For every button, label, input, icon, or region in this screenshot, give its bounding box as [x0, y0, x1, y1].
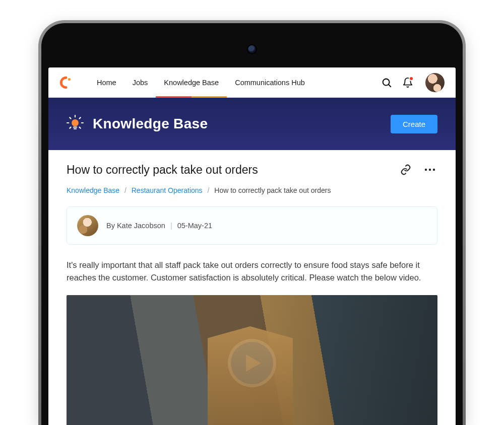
breadcrumb-sep: / — [205, 186, 213, 194]
breadcrumb-link-category[interactable]: Restaurant Operations — [132, 186, 203, 194]
nav-item-home[interactable]: Home — [89, 67, 124, 97]
user-avatar[interactable] — [425, 73, 445, 92]
link-icon[interactable] — [398, 162, 413, 177]
author-card: By Kate Jacobson | 05-May-21 — [67, 206, 437, 245]
author-date: 05-May-21 — [177, 222, 212, 230]
notification-dot — [409, 76, 414, 81]
tablet-frame: Home Jobs Knowledge Base Communications … — [38, 20, 466, 425]
app-logo-icon[interactable] — [59, 76, 73, 89]
meta-separator: | — [167, 222, 175, 230]
top-nav: Home Jobs Knowledge Base Communications … — [48, 67, 456, 98]
svg-point-3 — [72, 119, 79, 126]
section-header: Knowledge Base Create — [48, 98, 456, 150]
author-by-prefix: By — [106, 222, 117, 230]
author-avatar — [77, 215, 98, 236]
author-meta: By Kate Jacobson | 05-May-21 — [106, 222, 212, 230]
section-title: Knowledge Base — [93, 116, 208, 132]
nav-items: Home Jobs Knowledge Base Communications … — [89, 67, 313, 97]
bell-icon[interactable] — [399, 74, 416, 91]
tablet-bezel: Home Jobs Knowledge Base Communications … — [41, 23, 463, 425]
more-icon[interactable] — [422, 162, 437, 177]
svg-point-0 — [68, 78, 71, 80]
tablet-camera — [248, 45, 256, 53]
breadcrumb: Knowledge Base / Restaurant Operations /… — [67, 186, 437, 194]
author-name: Kate Jacobson — [117, 222, 165, 230]
breadcrumb-current: How to correctly pack take out orders — [214, 186, 331, 194]
article-title: How to correctly pack take out orders — [67, 163, 389, 177]
breadcrumb-link-kb[interactable]: Knowledge Base — [67, 186, 119, 194]
svg-point-4 — [425, 169, 427, 171]
article-header-row: How to correctly pack take out orders — [67, 162, 437, 177]
svg-marker-7 — [246, 355, 261, 372]
svg-point-6 — [433, 169, 435, 171]
app-screen: Home Jobs Knowledge Base Communications … — [48, 67, 456, 425]
search-icon[interactable] — [378, 74, 395, 91]
svg-point-5 — [429, 169, 431, 171]
video-thumbnail[interactable] — [67, 295, 437, 426]
nav-item-knowledge-base[interactable]: Knowledge Base — [156, 67, 227, 97]
breadcrumb-sep: / — [121, 186, 130, 194]
lightbulb-icon — [67, 114, 84, 133]
article: How to correctly pack take out orders — [48, 150, 456, 425]
nav-item-jobs[interactable]: Jobs — [124, 67, 156, 97]
create-button[interactable]: Create — [391, 115, 437, 133]
play-button[interactable] — [231, 342, 273, 384]
article-body: It's really important that all staff pac… — [67, 259, 437, 284]
svg-line-2 — [389, 84, 391, 86]
nav-item-communications-hub[interactable]: Communications Hub — [227, 67, 313, 97]
